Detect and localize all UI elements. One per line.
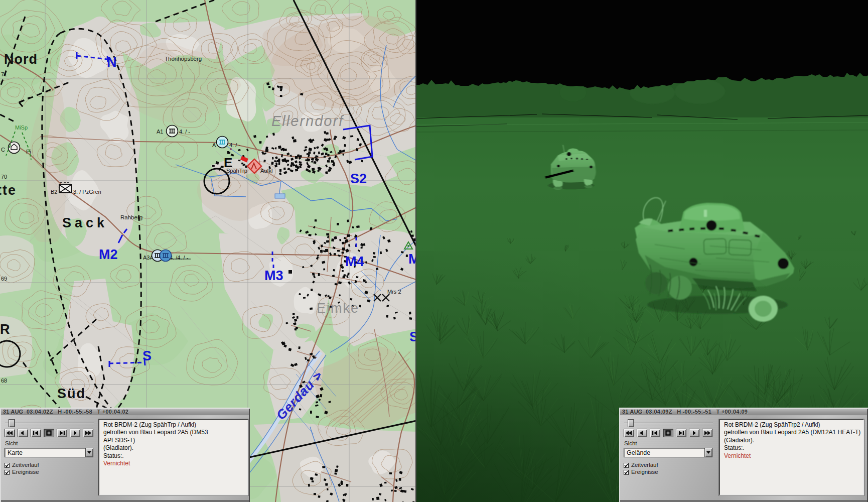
svg-text:Ellerndorf: Ellerndorf (271, 113, 344, 129)
svg-text:Thonhopsberg: Thonhopsberg (165, 56, 202, 62)
svg-text:tte: tte (0, 183, 17, 198)
svg-text:N: N (107, 55, 117, 70)
svg-text:4. / -: 4. / - (179, 129, 190, 135)
svg-text:S: S (409, 329, 416, 344)
svg-text:A: A (212, 142, 216, 148)
svg-text:Mrs 2: Mrs 2 (387, 289, 401, 295)
svg-text:71: 71 (1, 71, 7, 77)
svg-text:4. / -: 4. / - (229, 142, 240, 148)
svg-text:3. / PzGren: 3. / PzGren (73, 189, 101, 195)
svg-text:M2: M2 (99, 247, 118, 262)
svg-text:M: M (408, 252, 416, 267)
svg-text:R: R (0, 322, 10, 337)
svg-text:M3: M3 (264, 268, 283, 283)
svg-text:B2: B2 (51, 189, 57, 195)
svg-text:Sack: Sack (62, 215, 108, 230)
svg-text:4. /4. / -: 4. /4. / - (170, 255, 189, 261)
svg-text:S2: S2 (350, 171, 367, 186)
svg-text:69: 69 (1, 276, 7, 282)
svg-text:SpähTrp: SpähTrp (226, 168, 247, 174)
svg-text:S: S (142, 348, 152, 363)
svg-text:Süd: Süd (57, 386, 86, 401)
svg-text:A1: A1 (157, 129, 163, 135)
svg-text:C: C (1, 147, 5, 153)
svg-text:70: 70 (1, 174, 7, 180)
svg-text:MiSp: MiSp (15, 124, 28, 131)
svg-text:Aufkl: Aufkl (260, 168, 272, 174)
svg-text:68: 68 (1, 378, 7, 384)
svg-text:Eimke: Eimke (317, 301, 359, 316)
svg-text:M4: M4 (345, 254, 364, 269)
svg-text:Rahberg: Rahberg (120, 214, 142, 220)
svg-text:Nord: Nord (4, 52, 38, 67)
